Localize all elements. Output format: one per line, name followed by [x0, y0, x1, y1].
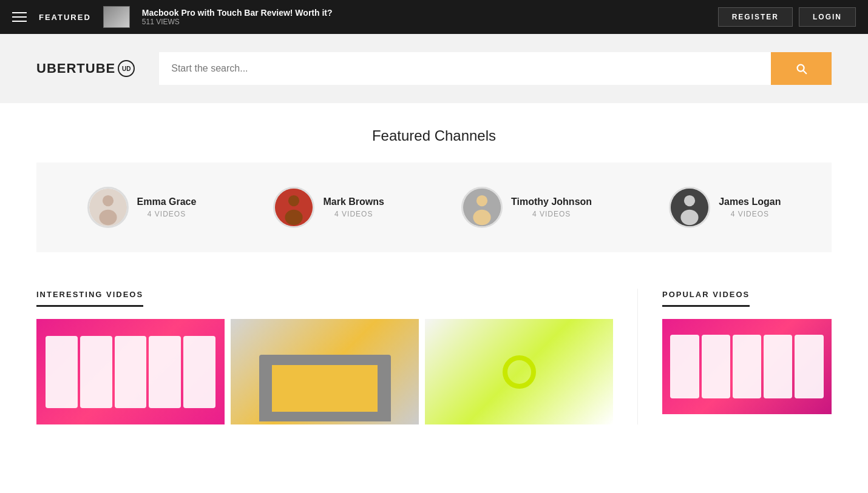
mark-silhouette-icon: [275, 187, 313, 228]
emma-info: Emma Grace 4 VIDEOS: [137, 196, 197, 218]
logo: UBERTUBE UD: [36, 60, 135, 77]
logo-text: UBERTUBE: [36, 61, 115, 76]
featured-channels-section: Featured Channels Emma Grace 4 VIDEOS: [0, 103, 868, 264]
featured-label: FEATURED: [39, 13, 91, 22]
james-name: James Logan: [719, 196, 781, 207]
logo-badge: UD: [118, 60, 135, 77]
topnav: FEATURED Macbook Pro with Touch Bar Revi…: [0, 0, 868, 34]
james-silhouette-icon: [671, 187, 708, 228]
nav-buttons: REGISTER LOGIN: [718, 7, 856, 27]
phone-1: [46, 336, 78, 408]
avatar-placeholder-james: [671, 189, 708, 226]
phone-4: [149, 336, 181, 408]
circle-ring: [503, 355, 536, 389]
svg-point-5: [285, 210, 303, 226]
timothy-info: Timothy Johnson 4 VIDEOS: [511, 196, 592, 218]
phone-3: [115, 336, 147, 408]
avatar-placeholder-emma: [89, 189, 127, 226]
popular-video-1[interactable]: [662, 319, 832, 414]
emma-silhouette-icon: [89, 187, 127, 228]
svg-point-11: [681, 210, 699, 226]
avatar-placeholder-timothy: [463, 189, 501, 226]
avatar-mark: [273, 187, 314, 228]
interesting-video-3[interactable]: [425, 319, 613, 424]
laptop-shape: [259, 355, 391, 421]
popular-videos-section: POPULAR VIDEOS: [637, 289, 832, 424]
mark-videos: 4 VIDEOS: [323, 210, 384, 218]
timothy-silhouette-icon: [463, 187, 501, 228]
search-button[interactable]: [771, 52, 832, 85]
popular-videos-title: POPULAR VIDEOS: [662, 290, 750, 307]
hamburger-menu[interactable]: [12, 12, 27, 22]
svg-point-2: [99, 210, 117, 226]
timothy-videos: 4 VIDEOS: [511, 210, 592, 218]
svg-point-1: [102, 195, 113, 206]
featured-info: Macbook Pro with Touch Bar Review! Worth…: [142, 8, 706, 26]
avatar-emma: [87, 187, 129, 228]
mark-name: Mark Browns: [323, 196, 384, 207]
phone-2: [80, 336, 112, 408]
laptop-screen: [272, 365, 378, 412]
svg-point-8: [473, 210, 490, 226]
phone-5: [183, 336, 215, 408]
laptop-icon: [231, 319, 419, 424]
timothy-name: Timothy Johnson: [511, 196, 592, 207]
interesting-video-2[interactable]: [231, 319, 419, 424]
emma-name: Emma Grace: [137, 196, 197, 207]
interesting-video-grid: [36, 319, 613, 424]
mark-info: Mark Browns 4 VIDEOS: [323, 196, 384, 218]
james-videos: 4 VIDEOS: [719, 210, 781, 218]
phone-mockup-popular: [662, 319, 832, 414]
phone-p2: [702, 335, 730, 399]
channel-item-emma[interactable]: Emma Grace 4 VIDEOS: [87, 187, 197, 228]
svg-point-10: [684, 195, 695, 206]
emma-videos: 4 VIDEOS: [137, 210, 197, 218]
phone-p3: [733, 335, 761, 399]
login-button[interactable]: LOGIN: [799, 7, 856, 27]
search-input[interactable]: [159, 52, 771, 85]
phone-p4: [764, 335, 792, 399]
avatar-james: [669, 187, 710, 228]
featured-title: Macbook Pro with Touch Bar Review! Worth…: [142, 8, 706, 18]
thumb-laptop-1: [231, 319, 419, 424]
interesting-videos-title: INTERESTING VIDEOS: [36, 290, 143, 307]
svg-point-4: [288, 195, 299, 206]
featured-channels-title: Featured Channels: [36, 127, 832, 144]
fitness-circle: [425, 319, 613, 424]
featured-thumbnail[interactable]: [103, 6, 130, 28]
channel-item-james[interactable]: James Logan 4 VIDEOS: [669, 187, 781, 228]
search-area: UBERTUBE UD: [0, 34, 868, 103]
featured-views: 511 VIEWS: [142, 18, 706, 26]
channel-item-mark[interactable]: Mark Browns 4 VIDEOS: [273, 187, 384, 228]
avatar-placeholder-mark: [275, 189, 313, 226]
interesting-video-1[interactable]: [36, 319, 225, 424]
phone-mockup-1: [36, 319, 225, 424]
interesting-videos-section: INTERESTING VIDEOS: [36, 289, 637, 424]
bottom-sections: INTERESTING VIDEOS: [0, 264, 868, 424]
channels-container: Emma Grace 4 VIDEOS Mark Browns 4 VIDEOS: [36, 163, 832, 252]
register-button[interactable]: REGISTER: [718, 7, 793, 27]
search-icon: [795, 62, 808, 75]
thumb-pink-1: [36, 319, 225, 424]
channel-item-timothy[interactable]: Timothy Johnson 4 VIDEOS: [461, 187, 592, 228]
james-info: James Logan 4 VIDEOS: [719, 196, 781, 218]
thumb-pink-popular-1: [662, 319, 832, 414]
avatar-timothy: [461, 187, 503, 228]
svg-point-7: [476, 195, 487, 206]
phone-p1: [670, 335, 699, 399]
phone-p5: [795, 335, 823, 399]
thumb-fitness-1: [425, 319, 613, 424]
